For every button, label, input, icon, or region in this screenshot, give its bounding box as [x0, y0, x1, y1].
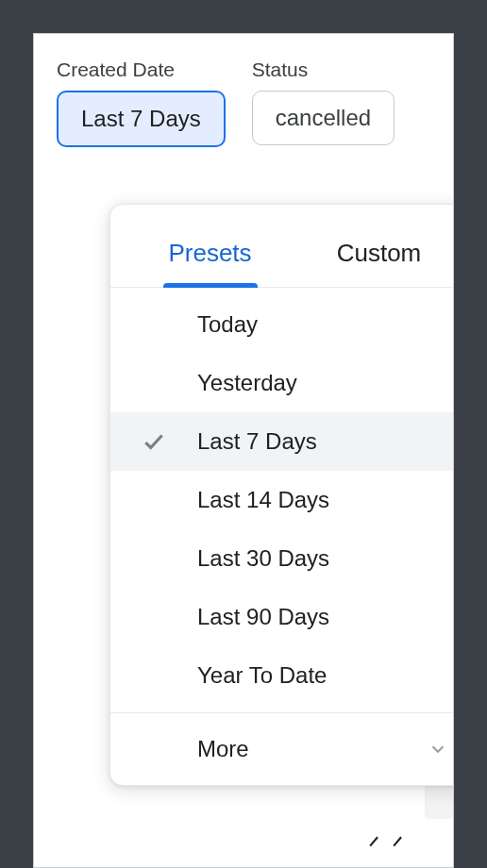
filter-status: Status cancelled — [252, 58, 395, 147]
chevron-down-icon — [428, 739, 448, 760]
preset-item[interactable]: Last 7 Days — [110, 412, 454, 471]
preset-item-label: Yesterday — [197, 370, 297, 396]
filter-label-status: Status — [252, 58, 395, 81]
preset-item-label: Last 14 Days — [197, 487, 329, 513]
status-pill[interactable]: cancelled — [252, 91, 395, 145]
main-panel: Created Date Last 7 Days Status cancelle… — [33, 33, 454, 868]
more-label: More — [110, 736, 428, 762]
check-slot — [110, 429, 197, 454]
preset-item[interactable]: Year To Date — [110, 646, 454, 705]
preset-item-label: Last 7 Days — [197, 428, 317, 455]
preset-item[interactable]: Last 14 Days — [110, 471, 454, 529]
background-bottom-text: ᐟ ᐟ — [368, 830, 406, 863]
created-date-pill[interactable]: Last 7 Days — [57, 91, 226, 147]
filter-label-created-date: Created Date — [57, 58, 226, 81]
preset-item[interactable]: Last 90 Days — [110, 588, 454, 646]
preset-item[interactable]: Today — [110, 295, 454, 354]
filter-created-date: Created Date Last 7 Days — [57, 58, 226, 147]
tab-custom[interactable]: Custom — [294, 218, 454, 287]
tab-presets[interactable]: Presets — [126, 218, 294, 287]
preset-item-label: Last 30 Days — [197, 545, 329, 572]
check-icon — [142, 429, 166, 454]
preset-item[interactable]: Yesterday — [110, 354, 454, 412]
more-button[interactable]: More — [110, 712, 454, 785]
preset-item-label: Year To Date — [197, 662, 327, 689]
dropdown-tabs: Presets Custom — [110, 205, 454, 288]
preset-item[interactable]: Last 30 Days — [110, 529, 454, 588]
date-presets-dropdown: Presets Custom TodayYesterdayLast 7 Days… — [109, 204, 454, 786]
preset-item-label: Last 90 Days — [197, 604, 329, 630]
filters-row: Created Date Last 7 Days Status cancelle… — [57, 58, 430, 147]
preset-item-label: Today — [197, 311, 258, 338]
preset-list: TodayYesterdayLast 7 DaysLast 14 DaysLas… — [110, 288, 454, 712]
